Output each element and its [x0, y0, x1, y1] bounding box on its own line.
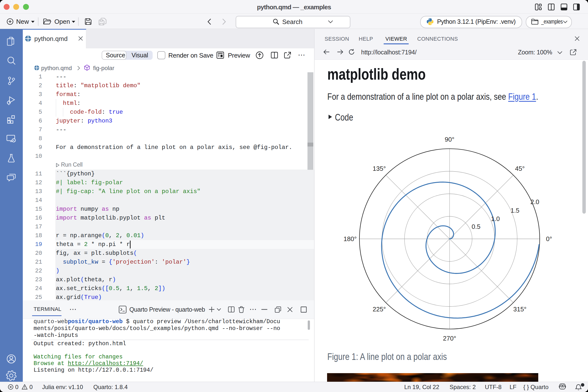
svg-text:1.0: 1.0 — [491, 215, 500, 222]
svg-text:2.0: 2.0 — [530, 198, 539, 206]
svg-text:315°: 315° — [513, 306, 526, 313]
svg-text:270°: 270° — [443, 335, 456, 342]
svg-text:0°: 0° — [546, 235, 552, 242]
svg-text:225°: 225° — [373, 306, 386, 313]
svg-text:0.5: 0.5 — [472, 223, 480, 230]
svg-text:45°: 45° — [515, 165, 524, 172]
svg-text:180°: 180° — [344, 235, 357, 242]
svg-text:90°: 90° — [445, 136, 454, 143]
svg-text:1.5: 1.5 — [510, 207, 520, 214]
svg-text:135°: 135° — [373, 165, 386, 172]
